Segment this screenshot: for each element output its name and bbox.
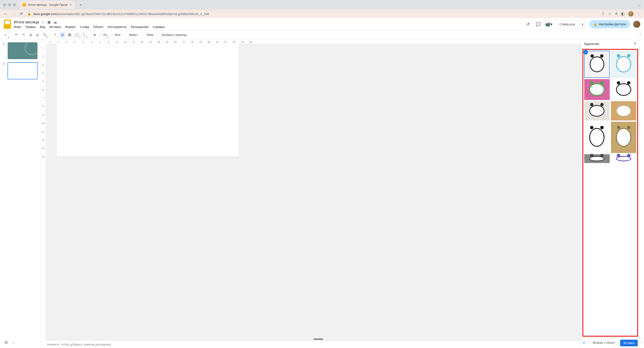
search-result-image[interactable] [611, 154, 636, 163]
window-minimize-icon[interactable] [8, 3, 11, 6]
menu-edit[interactable]: Правка [26, 25, 36, 29]
extensions-icon[interactable]: ✦ [615, 11, 618, 16]
notes-placeholder: Нажмите, чтобы добавить заметки докладчи… [47, 343, 111, 346]
browser-tab-strip: Итоги месяца - Google Презе × + ⌄ [0, 0, 644, 9]
menu-help[interactable]: Справка [153, 25, 164, 29]
window-close-icon[interactable] [3, 3, 6, 6]
grid-view-icon[interactable]: ⊞ [4, 340, 8, 345]
layout-button[interactable]: Макет [127, 33, 140, 36]
menu-object[interactable]: Объект [93, 25, 104, 29]
search-result-image[interactable] [584, 79, 610, 100]
menu-format[interactable]: Формат [65, 25, 76, 29]
image-tool[interactable]: 🖼 [66, 32, 73, 38]
paint-format-button[interactable]: 🖌 [34, 32, 41, 38]
browser-tab[interactable]: Итоги месяца - Google Презе × [20, 1, 75, 9]
back-button[interactable]: ← [3, 12, 8, 16]
app-header: Итоги месяца ☆ ▣ ☁ Файл Правка Вид Встав… [0, 18, 644, 30]
bottom-left-controls: ⊞ ‹ [4, 340, 14, 345]
deselect-icon[interactable]: × [583, 341, 588, 345]
slide-number: 1 [3, 42, 6, 45]
transition-button[interactable]: Выбрать переход [160, 33, 188, 36]
reload-button[interactable]: ⟳ [19, 12, 24, 16]
share-button[interactable]: 🔒 Настройки Доступа [589, 20, 630, 28]
menu-tools[interactable]: Инструменты [108, 25, 126, 29]
comments-icon[interactable]: 💬 [534, 20, 542, 28]
forward-button[interactable]: → [11, 12, 16, 16]
spellcheck-tool[interactable]: Рy [102, 32, 108, 38]
tab-title: Итоги месяца - Google Презе [28, 3, 68, 6]
undo-button[interactable]: ↶ [13, 32, 20, 38]
image-search-panel: будильник × ✓ × Выбран 1 объект Вставка [581, 39, 640, 348]
side-panel-toggle[interactable]: ‹ [640, 39, 644, 348]
vertical-ruler: 1234567891011121314 [41, 44, 46, 341]
slide-canvas[interactable] [57, 44, 238, 157]
search-result-image[interactable] [584, 101, 610, 121]
new-slide-button[interactable]: + [2, 32, 9, 38]
menu-extensions[interactable]: Расширения [131, 25, 148, 29]
lock-icon: 🔒 [594, 22, 597, 26]
shape-tool[interactable]: ◯ [74, 32, 80, 38]
tab-close-icon[interactable]: × [70, 3, 72, 7]
selection-count: Выбран 1 объект [590, 341, 618, 345]
document-title[interactable]: Итоги месяца [14, 20, 39, 24]
search-result-image[interactable] [611, 101, 636, 121]
menu-file[interactable]: Файл [14, 25, 21, 29]
search-result-image[interactable] [584, 122, 610, 153]
address-bar[interactable]: 🔒 docs.google.com/presentation/d/1-qp78z… [27, 12, 598, 16]
browser-menu-icon[interactable]: ⋮ [637, 11, 641, 16]
collapse-toolbar-icon[interactable]: ⌃ [639, 33, 642, 36]
search-term[interactable]: будильник [584, 42, 599, 45]
slide-thumb-2[interactable] [8, 62, 38, 79]
slide-thumbnail[interactable]: 2 [3, 62, 38, 79]
search-result-image[interactable] [611, 122, 636, 153]
slide-canvas-area[interactable] [46, 44, 581, 341]
close-panel-icon[interactable]: × [634, 41, 636, 46]
resize-handle[interactable] [314, 339, 323, 340]
share-icon[interactable]: ⇧ [602, 11, 605, 16]
select-tool[interactable]: ↖ [52, 32, 58, 38]
sidepanel-icon[interactable]: ◧ [621, 11, 625, 16]
print-button[interactable]: 🖨 [28, 32, 34, 38]
line-tool[interactable]: ╲ [81, 32, 87, 38]
textbox-tool[interactable]: ⊞ [60, 32, 66, 38]
search-result-image[interactable] [584, 154, 610, 163]
redo-button[interactable]: ↷ [20, 32, 26, 38]
comment-tool[interactable]: ⊕ [91, 32, 98, 38]
new-tab-button[interactable]: + [78, 2, 84, 8]
browser-toolbar: ← → ⟳ 🔒 docs.google.com/presentation/d/1… [0, 9, 644, 18]
star-icon[interactable]: ☆ [42, 20, 45, 24]
slide-number: 2 [3, 62, 6, 65]
window-controls [3, 3, 16, 6]
menu-view[interactable]: Вид [40, 25, 45, 29]
menu-insert[interactable]: Вставка [50, 25, 61, 29]
speaker-notes[interactable]: Нажмите, чтобы добавить заметки докладчи… [41, 341, 581, 348]
search-result-image[interactable] [611, 79, 636, 100]
tabs-overflow-icon[interactable]: ⌄ [638, 3, 641, 6]
account-avatar[interactable] [633, 21, 640, 28]
window-zoom-icon[interactable] [13, 3, 16, 6]
menu-bar: Файл Правка Вид Вставка Формат Слайд Объ… [14, 25, 521, 29]
zoom-button[interactable]: 🔍 [42, 32, 48, 38]
menu-slide[interactable]: Слайд [80, 25, 89, 29]
search-result-image[interactable] [611, 51, 636, 78]
horizontal-ruler: 1234567891011121314151617181920212223242… [46, 39, 581, 44]
insert-button[interactable]: Вставка [620, 340, 638, 346]
slide-thumb-1[interactable] [8, 42, 38, 59]
move-folder-icon[interactable]: ▣ [47, 20, 51, 24]
theme-button[interactable]: Тема [144, 33, 155, 36]
slideshow-button[interactable]: Слайд-шоу [555, 20, 579, 28]
slideshow-dropdown[interactable]: ▾ [579, 20, 586, 28]
search-result-image[interactable]: ✓ [584, 51, 610, 78]
slides-logo-icon[interactable] [4, 20, 11, 29]
background-button[interactable]: Фон [113, 33, 122, 36]
profile-avatar-icon[interactable] [628, 11, 634, 16]
version-history-icon[interactable]: ↺ [524, 20, 532, 28]
meet-icon[interactable]: 📹▾ [545, 20, 552, 28]
slides-favicon-icon [22, 3, 26, 6]
explore-icon[interactable]: ‹ [13, 340, 14, 345]
bookmark-icon[interactable]: ☆ [608, 11, 612, 16]
cloud-status-icon[interactable]: ☁ [53, 20, 57, 24]
slide-thumbnail[interactable]: 1 [3, 42, 38, 59]
url-domain: docs.google.com [33, 12, 57, 16]
selected-check-icon: ✓ [583, 50, 588, 54]
